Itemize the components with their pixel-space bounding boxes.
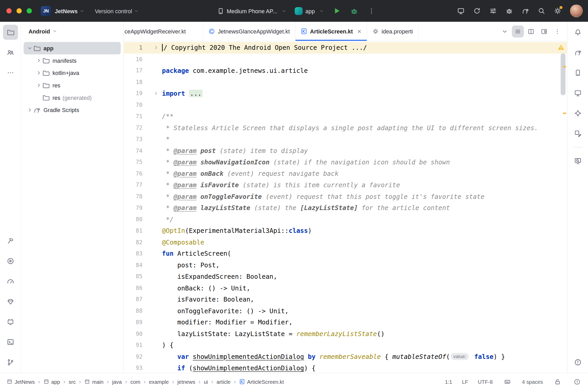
tree-item-app[interactable]: app <box>24 42 121 54</box>
line-number[interactable]: 91 <box>124 342 142 349</box>
line-number[interactable]: 73 <box>124 136 142 143</box>
editor-tab-jetnewsglanceappwidget-kt[interactable]: JetnewsGlanceAppWidget.kt <box>203 22 295 41</box>
app-quality-insights-icon[interactable] <box>3 294 18 309</box>
settings-icon[interactable] <box>551 4 564 18</box>
device-selector[interactable]: Medium Phone AP... <box>215 7 289 14</box>
inspections-warning-icon[interactable] <box>558 44 564 51</box>
chevron-down-icon[interactable] <box>26 45 33 51</box>
line-number[interactable]: 81 <box>124 227 142 234</box>
window-close-button[interactable] <box>6 8 12 13</box>
line-number[interactable]: 16 <box>124 56 142 62</box>
line-number[interactable]: 83 <box>124 250 142 257</box>
line-number[interactable]: 70 <box>124 102 142 108</box>
build-menu-icon[interactable] <box>486 4 500 18</box>
project-icon[interactable] <box>3 25 18 40</box>
keyboard-icon[interactable] <box>502 377 512 387</box>
line-number[interactable]: 78 <box>124 193 142 200</box>
run-configuration-selector[interactable]: app <box>293 7 326 15</box>
vcs-menu[interactable]: Version control <box>95 8 132 14</box>
hidden-tabs-chevron-icon[interactable] <box>499 25 511 37</box>
chevron-right-icon[interactable] <box>35 82 43 88</box>
search-everywhere-icon[interactable] <box>535 4 548 18</box>
line-number[interactable]: 76 <box>124 170 142 177</box>
editor-scrollbar[interactable] <box>561 53 565 95</box>
breadcrumb-item-app[interactable]: app <box>43 379 60 385</box>
editor-preview-icon[interactable] <box>538 25 550 37</box>
tree-item-res[interactable]: res <box>24 79 121 92</box>
line-number[interactable]: 75 <box>124 159 142 165</box>
window-zoom-button[interactable] <box>27 8 32 13</box>
window-minimize-button[interactable] <box>17 8 22 13</box>
chevron-right-icon[interactable] <box>35 58 43 64</box>
line-separator[interactable]: LF <box>462 379 468 385</box>
ide-error-icon[interactable] <box>572 377 582 387</box>
user-avatar[interactable] <box>570 4 583 17</box>
chevron-right-icon[interactable] <box>26 107 33 113</box>
tree-item-kotlin-java[interactable]: kotlin+java <box>24 67 121 79</box>
line-number[interactable]: 19 <box>124 90 142 97</box>
problems-icon[interactable] <box>570 355 585 370</box>
project-view-selector[interactable]: Android <box>29 28 50 34</box>
line-number[interactable]: 92 <box>124 353 142 360</box>
breadcrumb-item-ui[interactable]: ui <box>204 379 208 385</box>
warning-stripe-mark[interactable] <box>563 66 566 68</box>
line-number[interactable]: 82 <box>124 239 142 246</box>
line-number[interactable]: 71 <box>124 113 142 120</box>
breadcrumb-item-jetnews[interactable]: JetNews <box>7 379 35 385</box>
more-options-icon[interactable] <box>551 25 563 37</box>
editor-tab-idea-properti[interactable]: idea.properti <box>367 22 418 41</box>
line-number[interactable]: 79 <box>124 205 142 211</box>
sync-project-icon[interactable] <box>470 4 484 18</box>
debug-button[interactable] <box>347 4 361 18</box>
logcat-icon[interactable] <box>3 314 18 329</box>
line-number[interactable]: 93 <box>124 365 142 371</box>
run-icon[interactable] <box>3 254 18 269</box>
breadcrumb-item-src[interactable]: src <box>69 379 76 385</box>
breadcrumb-item-main[interactable]: main <box>84 379 103 385</box>
attach-debugger-icon[interactable] <box>502 4 516 18</box>
indent-setting[interactable]: 4 spaces <box>522 379 543 385</box>
line-number[interactable]: 89 <box>124 319 142 326</box>
chevron-right-icon[interactable] <box>35 70 43 76</box>
tab-list-icon[interactable] <box>512 25 524 37</box>
fold-arrow-icon[interactable] <box>143 91 162 96</box>
line-number[interactable]: 84 <box>124 262 142 268</box>
more-icon[interactable] <box>3 65 18 80</box>
project-menu[interactable]: JetNews <box>55 8 78 14</box>
line-number[interactable]: 1 <box>124 44 142 51</box>
line-number[interactable]: 88 <box>124 308 142 314</box>
run-button[interactable] <box>330 4 344 18</box>
line-number[interactable]: 72 <box>124 124 142 131</box>
more-run-options-button[interactable] <box>365 4 378 18</box>
line-number[interactable]: 90 <box>124 330 142 337</box>
running-devices-icon[interactable] <box>570 86 585 101</box>
line-number[interactable]: 18 <box>124 79 142 85</box>
breadcrumb-item-com[interactable]: com <box>130 379 140 385</box>
line-number[interactable]: 85 <box>124 273 142 280</box>
editor-tab-ceappwidgetreceiver-kt[interactable]: ceAppWidgetReceiver.kt <box>124 22 203 41</box>
file-encoding[interactable]: UTF-8 <box>478 379 493 385</box>
terminal-icon[interactable] <box>3 335 18 350</box>
breadcrumb-item-article[interactable]: article <box>216 379 230 385</box>
warning-stripe-mark[interactable] <box>563 113 566 114</box>
line-number[interactable]: 17 <box>124 67 142 74</box>
device-streaming-icon[interactable] <box>454 4 468 18</box>
people-icon[interactable] <box>3 45 18 60</box>
caret-position[interactable]: 1:1 <box>445 379 452 385</box>
line-number[interactable]: 77 <box>124 182 142 188</box>
folded-region[interactable]: ... <box>189 90 203 97</box>
gradle-sync-icon[interactable] <box>519 4 532 18</box>
version-control-icon[interactable] <box>3 355 18 370</box>
project-panel-header[interactable]: Android <box>21 22 123 40</box>
gradle-icon[interactable] <box>570 45 585 60</box>
notifications-icon[interactable] <box>570 25 585 40</box>
tree-item-gradle-scripts[interactable]: Gradle Scripts <box>24 104 121 116</box>
breadcrumb-item-jetnews[interactable]: jetnews <box>177 379 195 385</box>
build-icon[interactable] <box>3 233 18 248</box>
app-links-assistant-icon[interactable] <box>570 154 585 169</box>
profiler-icon[interactable] <box>3 274 18 289</box>
line-number[interactable]: 74 <box>124 147 142 154</box>
breadcrumb-item-example[interactable]: example <box>149 379 169 385</box>
editor-tab-articlescreen-kt[interactable]: ArticleScreen.kt× <box>295 22 367 41</box>
tree-item-res[interactable]: res(generated) <box>24 92 121 104</box>
